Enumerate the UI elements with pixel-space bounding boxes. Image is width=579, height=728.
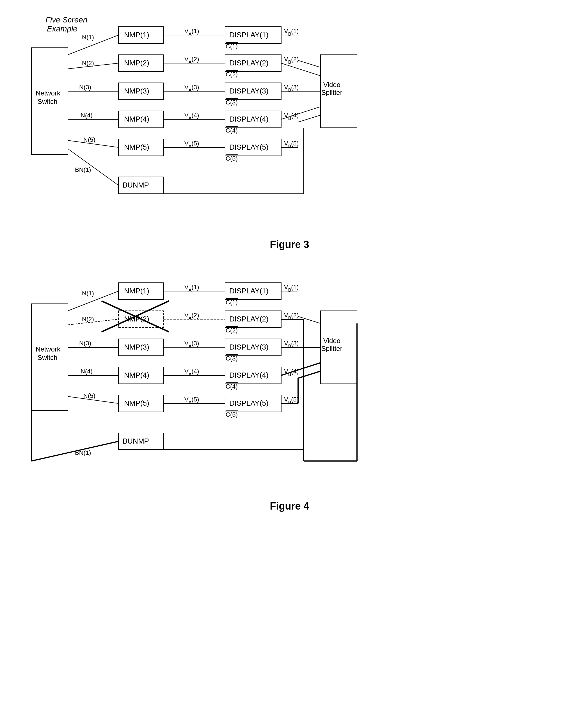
main-container: Five Screen Example Network Switch NMP(1…: [11, 11, 568, 512]
f4-vb1-to-vs: [298, 316, 320, 323]
f4-display2-label: DISPLAY(2): [229, 315, 269, 323]
c5-label: C(5): [226, 155, 238, 162]
f4-vb5-to-vs: [298, 371, 320, 378]
f4-c3-label: C(3): [226, 355, 238, 362]
f4-display3-label: DISPLAY(3): [229, 343, 269, 351]
c3-label: C(3): [226, 99, 238, 106]
n3-label: N(3): [79, 84, 91, 91]
f4-c5-label: C(5): [226, 411, 238, 418]
f4-c1-label: C(1): [226, 299, 238, 306]
vb2-label: VB(2): [284, 56, 299, 64]
vb4-label: VB(4): [284, 112, 299, 121]
vb1-line-to-vs: [298, 60, 320, 68]
f4-n5-label: N(5): [83, 392, 96, 399]
display5-label: DISPLAY(5): [229, 143, 269, 151]
video-splitter-label2: Splitter: [321, 89, 342, 96]
f4-video-splitter-label2: Splitter: [321, 345, 342, 352]
f4-n4-label: N(4): [81, 368, 93, 375]
figure3-svg: Five Screen Example Network Switch NMP(1…: [23, 11, 556, 230]
f4-nmp1-label: NMP(1): [124, 287, 149, 295]
nmp3-label: NMP(3): [124, 87, 149, 95]
display1-label: DISPLAY(1): [229, 31, 269, 39]
figure4-section: Network Switch NMP(1) NMP(2) NMP(3) NMP(…: [23, 267, 556, 512]
f4-n3-label: N(3): [79, 340, 91, 347]
f4-bunmp-label: BUNMP: [123, 437, 149, 445]
f4-n2-label: N(2): [82, 316, 94, 322]
nmp4-label: NMP(4): [124, 115, 149, 123]
nmp5-label: NMP(5): [124, 143, 149, 151]
display4-label: DISPLAY(4): [229, 115, 269, 123]
figure4-svg: Network Switch NMP(1) NMP(2) NMP(3) NMP(…: [23, 267, 556, 492]
figure3-title2: Example: [47, 24, 77, 33]
f4-n1-label: N(1): [82, 290, 94, 297]
f4-display4-label: DISPLAY(4): [229, 371, 269, 379]
c4-label: C(4): [226, 127, 238, 134]
vb5-line-to-vs: [298, 115, 320, 122]
f4-nmp3-label: NMP(3): [124, 343, 149, 351]
nmp1-label: NMP(1): [124, 31, 149, 39]
f4-c2-label: C(2): [226, 327, 238, 334]
f4-c4-label: C(4): [226, 383, 238, 390]
f4-vb4-label: VB(4): [284, 368, 299, 377]
n5-label: N(5): [83, 136, 96, 143]
figure3-section: Five Screen Example Network Switch NMP(1…: [23, 11, 556, 251]
display3-label: DISPLAY(3): [229, 87, 269, 95]
n4-label: N(4): [81, 112, 93, 119]
f4-display1-label: DISPLAY(1): [229, 287, 269, 295]
bn1-label: BN(1): [75, 166, 91, 173]
figure3-title: Five Screen: [46, 16, 87, 24]
f4-nmp5-label: NMP(5): [124, 399, 149, 407]
n1-label: N(1): [82, 34, 94, 41]
display2-label: DISPLAY(2): [229, 59, 269, 67]
vb2-line: [281, 63, 320, 76]
video-splitter-label1: Video: [323, 81, 340, 88]
f4-display5-label: DISPLAY(5): [229, 399, 269, 407]
figure4-label: Figure 4: [270, 500, 309, 512]
c2-label: C(2): [226, 71, 238, 78]
network-switch-label2: Switch: [37, 98, 57, 105]
f4-bn1-label: BN(1): [75, 449, 91, 456]
n2-label: N(2): [82, 59, 94, 67]
network-switch-label1: Network: [36, 89, 61, 97]
nmp2-label: NMP(2): [124, 59, 149, 67]
f4-network-switch-label2: Switch: [37, 354, 57, 361]
figure3-label: Figure 3: [270, 239, 309, 251]
bunmp-label: BUNMP: [123, 181, 149, 189]
f4-nmp4-label: NMP(4): [124, 371, 149, 379]
f4-network-switch-label1: Network: [36, 345, 61, 353]
c1-label: C(1): [226, 43, 238, 50]
f4-video-splitter-label1: Video: [323, 337, 340, 344]
